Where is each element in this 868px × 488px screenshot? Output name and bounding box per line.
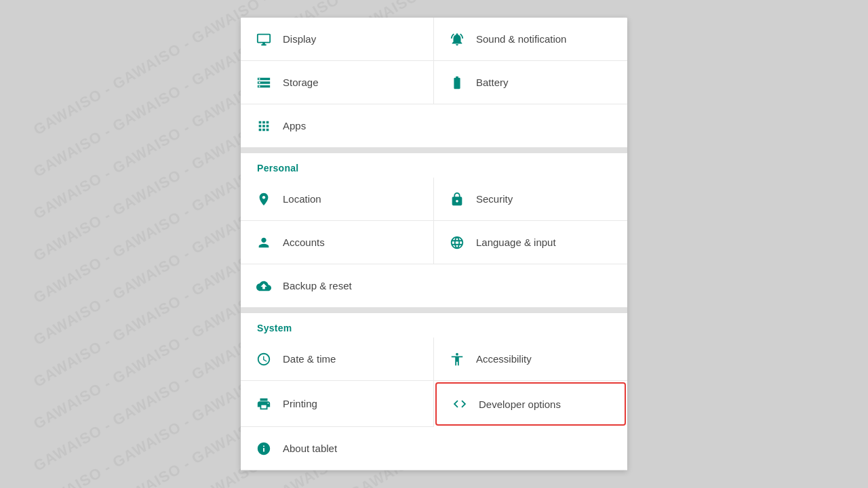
about-item[interactable]: About tablet <box>241 427 627 470</box>
display-icon <box>254 32 273 47</box>
datetime-item[interactable]: Date & time <box>241 338 434 381</box>
personal-grid: Location Security Accounts Language & in… <box>241 178 627 308</box>
apps-icon <box>254 119 273 134</box>
datetime-label: Date & time <box>283 353 336 365</box>
system-section: System Date & time Accessibility Printin… <box>241 313 627 470</box>
developer-label: Developer options <box>479 399 561 410</box>
display-item[interactable]: Display <box>241 18 434 61</box>
battery-item[interactable]: Battery <box>434 61 627 104</box>
divider-1 <box>241 148 627 153</box>
security-label: Security <box>476 193 513 205</box>
display-label: Display <box>283 33 316 45</box>
printing-item[interactable]: Printing <box>241 381 434 427</box>
battery-label: Battery <box>476 77 509 88</box>
about-label: About tablet <box>283 443 337 454</box>
system-grid: Date & time Accessibility Printing Devel… <box>241 338 627 470</box>
apps-label: Apps <box>283 120 306 131</box>
accessibility-icon <box>448 352 467 367</box>
accounts-label: Accounts <box>283 237 325 248</box>
sound-item[interactable]: Sound & notification <box>434 18 627 61</box>
about-icon <box>254 441 273 456</box>
backup-label: Backup & reset <box>283 280 352 291</box>
location-label: Location <box>283 193 321 205</box>
battery-icon <box>448 75 467 90</box>
storage-label: Storage <box>283 77 319 88</box>
datetime-icon <box>254 352 273 367</box>
sound-label: Sound & notification <box>476 33 566 45</box>
system-header: System <box>241 313 627 338</box>
accessibility-item[interactable]: Accessibility <box>434 338 627 381</box>
printing-icon <box>254 396 273 411</box>
personal-section: Personal Location Security Accounts <box>241 153 627 308</box>
developer-item[interactable]: Developer options <box>435 382 626 426</box>
location-item[interactable]: Location <box>241 178 434 221</box>
printing-label: Printing <box>283 398 317 409</box>
language-icon <box>448 235 467 250</box>
language-item[interactable]: Language & input <box>434 221 627 264</box>
backup-icon <box>254 279 273 293</box>
sound-icon <box>448 32 467 47</box>
storage-icon <box>254 75 273 90</box>
personal-header: Personal <box>241 153 627 178</box>
accounts-icon <box>254 235 273 250</box>
device-section: Display Sound & notification Storage Bat… <box>241 18 627 148</box>
accessibility-label: Accessibility <box>476 353 532 365</box>
language-label: Language & input <box>476 237 556 248</box>
accounts-item[interactable]: Accounts <box>241 221 434 264</box>
device-grid: Display Sound & notification Storage Bat… <box>241 18 627 148</box>
apps-item[interactable]: Apps <box>241 104 627 148</box>
divider-2 <box>241 308 627 313</box>
backup-item[interactable]: Backup & reset <box>241 264 627 308</box>
storage-item[interactable]: Storage <box>241 61 434 104</box>
developer-icon <box>450 396 469 411</box>
security-item[interactable]: Security <box>434 178 627 221</box>
location-icon <box>254 192 273 207</box>
security-icon <box>448 192 467 207</box>
settings-panel: Display Sound & notification Storage Bat… <box>241 18 627 470</box>
